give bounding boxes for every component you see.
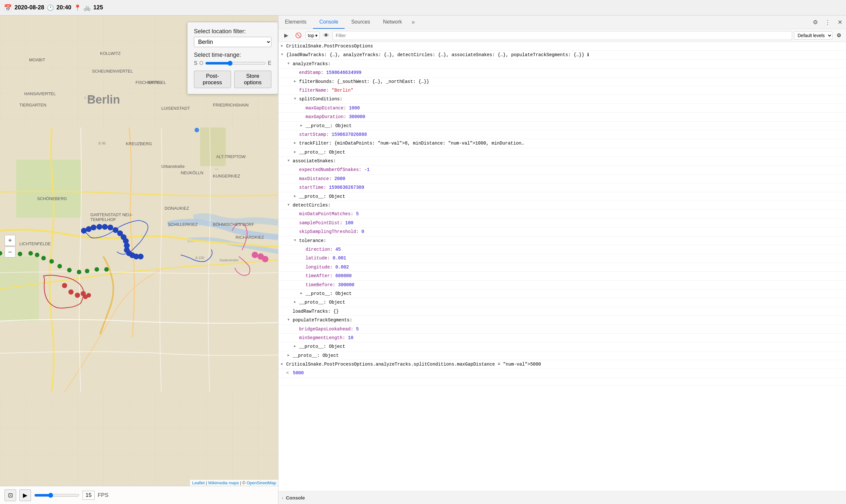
expand-arrow[interactable]: [294, 238, 299, 244]
leaflet-link[interactable]: Leaflet: [192, 481, 204, 485]
devtools-panel: Elements Console Sources Network » ⚙ ⋮ ✕…: [278, 16, 846, 504]
console-entry: minDataPointMatches: 5: [278, 210, 846, 218]
tab-sources[interactable]: Sources: [345, 16, 377, 29]
map-controls: + −: [4, 235, 16, 257]
console-entry: direction: 45: [278, 245, 846, 254]
svg-rect-2: [0, 256, 39, 321]
svg-point-15: [41, 256, 46, 260]
eye-icon[interactable]: 👁: [322, 31, 331, 40]
expand-arrow[interactable]: [300, 291, 305, 296]
devtools-content[interactable]: CriticalSnake.PostProcessOptions{loadRaw…: [278, 42, 846, 491]
svg-rect-3: [200, 127, 226, 166]
devtools-topbar: Elements Console Sources Network » ⚙ ⋮ ✕: [278, 16, 846, 29]
console-entry: latitude: 0.001: [278, 254, 846, 263]
panel-buttons: Post-process Store options: [194, 71, 271, 88]
devtools-tabs: Elements Console Sources Network »: [278, 16, 418, 29]
expand-arrow[interactable]: [287, 353, 292, 359]
expand-arrow[interactable]: [294, 149, 299, 155]
settings-icon[interactable]: ⚙: [809, 16, 822, 29]
svg-point-41: [262, 256, 268, 262]
pin-icon: 📍: [74, 4, 81, 11]
context-value: top: [308, 33, 314, 38]
main-content: MOABIT HANSAVIERTEL TIERGARTEN Berlin KO…: [0, 16, 846, 504]
postprocess-button[interactable]: Post-process: [194, 71, 231, 88]
clear-icon[interactable]: 🚫: [293, 30, 304, 41]
console-entry: filterName: "Berlin": [278, 86, 846, 95]
reset-button[interactable]: ⊡: [4, 489, 16, 501]
expand-arrow[interactable]: [294, 140, 299, 146]
svg-point-17: [57, 264, 62, 268]
context-chevron: ▾: [315, 33, 318, 38]
settings-icon2[interactable]: ⚙: [834, 31, 843, 40]
more-tabs-button[interactable]: »: [409, 16, 418, 29]
store-options-button[interactable]: Store options: [234, 71, 271, 88]
svg-point-28: [107, 224, 113, 230]
console-entry: associateSnakes:: [278, 157, 846, 165]
date-display: 2020-08-28: [15, 4, 44, 11]
expand-arrow[interactable]: [294, 344, 299, 349]
console-label: Console: [286, 495, 305, 501]
console-entry: minSegmentLength: 10: [278, 334, 846, 342]
console-entry: __proto__: Object: [278, 148, 846, 157]
svg-point-25: [91, 224, 96, 230]
time-start-label: S: [194, 60, 197, 66]
svg-point-19: [77, 270, 81, 274]
svg-point-26: [96, 224, 102, 230]
bike-icon: 🚲: [84, 4, 91, 11]
tab-console[interactable]: Console: [313, 16, 345, 29]
expand-arrow[interactable]: [287, 158, 292, 164]
console-entry: detectCircles:: [278, 201, 846, 210]
console-context-select[interactable]: top ▾: [306, 32, 320, 39]
console-entry: maxGapDistance: 1000: [278, 104, 846, 113]
console-entry: maxGapDuration: 300000: [278, 113, 846, 121]
run-icon[interactable]: ▶: [281, 30, 291, 41]
expand-arrow[interactable]: [287, 317, 292, 323]
expand-arrow[interactable]: [281, 52, 286, 58]
tab-network[interactable]: Network: [377, 16, 409, 29]
expand-arrow[interactable]: [281, 43, 286, 49]
play-button[interactable]: ▶: [19, 489, 31, 501]
console-entry: timeAfter: 600000: [278, 272, 846, 281]
filter-input[interactable]: [332, 31, 792, 40]
time-range-row: S O E: [194, 60, 271, 66]
expand-arrow[interactable]: [294, 194, 299, 199]
expand-arrow[interactable]: [281, 361, 286, 367]
time-mid-label: O: [199, 60, 203, 66]
expand-arrow[interactable]: [300, 123, 305, 129]
expand-arrow[interactable]: [287, 61, 292, 67]
time-display: 20:40: [56, 4, 71, 11]
time-range-input[interactable]: [205, 61, 266, 66]
svg-point-22: [104, 267, 109, 272]
svg-rect-1: [16, 160, 81, 218]
console-entry: loadRawTracks: {}: [278, 307, 846, 316]
openstreetmap-link[interactable]: OpenStreetMap: [247, 481, 276, 485]
map-area[interactable]: MOABIT HANSAVIERTEL TIERGARTEN Berlin KO…: [0, 16, 278, 504]
expand-arrow[interactable]: [287, 202, 292, 208]
bottom-bar: ⊡ ▶ 15 FPS: [0, 486, 278, 504]
playback-slider[interactable]: [34, 493, 79, 498]
svg-point-5: [68, 289, 74, 294]
svg-point-13: [29, 251, 33, 255]
top-bar: 📅 2020-08-28 🕐 20:40 📍 🚲 125: [0, 0, 846, 16]
expand-arrow[interactable]: [294, 79, 299, 85]
svg-point-14: [35, 253, 39, 257]
fps-value: 15: [83, 491, 94, 500]
time-range-label: Select time-range:: [194, 52, 271, 58]
console-entry: startStamp: 1598637026888: [278, 130, 846, 139]
console-entry: longitude: 0.002: [278, 263, 846, 272]
console-entry: __proto__: Object: [278, 122, 846, 130]
zoom-out-button[interactable]: −: [4, 247, 16, 257]
expand-arrow[interactable]: [294, 96, 299, 102]
zoom-in-button[interactable]: +: [4, 235, 16, 246]
tab-elements[interactable]: Elements: [278, 16, 313, 29]
console-bottom-bar: › Console: [278, 491, 846, 504]
close-devtools-icon[interactable]: ✕: [834, 16, 846, 29]
location-filter-select[interactable]: Berlin All Munich Hamburg: [194, 37, 271, 47]
map-attribution: Leaflet | Wikimedia maps | © OpenStreetM…: [190, 480, 278, 486]
log-level-select[interactable]: Default levels Verbose Info Warnings Err…: [794, 31, 832, 40]
console-entry: samplePointDist: 100: [278, 219, 846, 228]
console-entry: endStamp: 1598646634999: [278, 68, 846, 77]
expand-arrow[interactable]: [294, 300, 299, 305]
wikimedia-link[interactable]: Wikimedia maps: [208, 481, 239, 485]
more-options-icon[interactable]: ⋮: [822, 16, 834, 29]
